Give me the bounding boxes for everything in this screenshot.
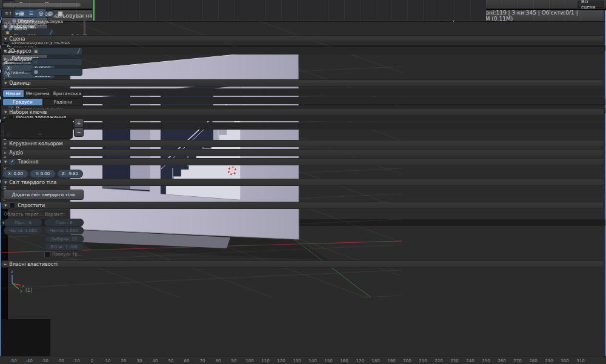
simplify-r-subdiv-field[interactable]: Підп.: 6 <box>44 219 84 227</box>
simplify-r-ao-field[interactable]: ВО-ІА: 1.000 <box>44 243 84 251</box>
properties-hscrollbar[interactable] <box>3 3 81 7</box>
simplify-skip-checkbox[interactable] <box>44 251 50 257</box>
filter-icon[interactable]: ○ <box>7 132 10 137</box>
scene-icon: ◉ <box>10 24 14 29</box>
panel-header-custom-properties[interactable]: ►Власні властивості <box>1 260 604 268</box>
panel-header-color-management[interactable]: ►Керування кольором <box>1 140 604 147</box>
units-degrees-button[interactable]: Градуси <box>2 98 43 106</box>
panel-header-units[interactable]: ▼Одиниці <box>1 79 604 87</box>
background-set-select[interactable]: ⁙ <box>32 58 82 66</box>
axis-z-label: z <box>11 270 13 274</box>
properties-editor-selector[interactable]: ≡▴▾ <box>1 8 15 18</box>
tab-render-layers[interactable]: ≣ <box>27 9 36 18</box>
simplify-vp-particles-field[interactable]: Части: 1.000 <box>4 227 42 234</box>
gravity-z-field[interactable]: Z: -9.81 <box>57 170 83 178</box>
axis-gizmo-icon: z x y <box>11 270 24 293</box>
camera-icon: ▣ <box>34 49 38 54</box>
units-radians-button[interactable]: Радіани <box>43 98 84 106</box>
properties-breadcrumb: ◆ ◉ Scene <box>4 23 33 29</box>
units-metric-button[interactable]: Метрична <box>24 90 52 98</box>
sort-icon[interactable]: = <box>38 132 42 137</box>
gravity-y-field[interactable]: Y: 0.00 <box>30 170 56 178</box>
simplify-r-samples-field[interactable]: Вибірки: 16 <box>44 235 84 243</box>
outliner-filter-select[interactable]: Всі сцени <box>578 1 604 8</box>
simplify-viewport-label: Область перег... <box>4 211 43 217</box>
unit-system-segment: Немає Метрична Британська <box>2 90 83 98</box>
clip-icon: ▦ <box>34 70 38 74</box>
simplify-skip-row[interactable]: Пропуск Тр... <box>44 251 81 257</box>
panel-header-scene[interactable]: ▼Сцена <box>1 35 604 42</box>
outliner-scrollbar[interactable] <box>84 11 85 35</box>
camera-select[interactable]: ▣╱ <box>32 47 82 55</box>
tab-scene[interactable]: ◎ <box>36 9 45 18</box>
active-clip-label: Активни... <box>4 70 28 75</box>
panel-header-gravity[interactable]: ▼✓Тяжіння <box>1 158 604 165</box>
scene-dots-icon: ⁙ <box>34 60 38 65</box>
panel-header-transform-orientations[interactable]: ►Орієнтації трансформа <box>1 122 605 130</box>
axis-y-label: y <box>20 288 22 293</box>
panel-header-rigid-body-world[interactable]: ▼Світ твердого тіла <box>1 179 604 186</box>
units-imperial-button[interactable]: Британська <box>52 90 83 98</box>
simplify-checkbox[interactable] <box>9 202 15 208</box>
pin-icon[interactable]: ◆ <box>4 24 7 29</box>
background-label: Фон: <box>4 60 15 65</box>
panel-header-keying-sets[interactable]: ▼Набори ключів <box>1 108 604 116</box>
gravity-checkbox[interactable]: ✓ <box>9 159 15 165</box>
tab-render[interactable]: ▣ <box>17 9 26 18</box>
panel-header-audio[interactable]: ►Аудіо <box>1 149 604 156</box>
axis-x-label: x <box>22 283 24 288</box>
eyedropper-icon: ╱ <box>77 48 80 54</box>
active-clip-select[interactable]: ▦ <box>32 68 82 76</box>
gravity-fields: X: 0.00 Y: 0.00 Z: -9.81 <box>2 170 83 178</box>
keying-sets-list[interactable]: ○ = <box>4 118 73 139</box>
camera-label: Камера: <box>4 49 24 55</box>
gravity-x-field[interactable]: X: 0.00 <box>2 170 28 178</box>
panel-header-shading[interactable]: ►Відтінення <box>1 97 605 104</box>
units-none-button[interactable]: Немає <box>2 90 24 98</box>
panel-header-display[interactable]: ►Показати <box>1 88 605 96</box>
simplify-vp-subdiv-field[interactable]: Підп.: 6 <box>4 219 42 227</box>
properties-tabs: ≡▴▾ ▣ ≣ ◎ ◍ ■ <box>1 8 65 18</box>
simplify-render-label: Варіант: <box>45 211 65 217</box>
panel-header-simplify[interactable]: ▼Спростити <box>1 202 604 209</box>
unit-rotation-segment: Градуси Радіани <box>2 98 83 106</box>
keying-set-remove-button[interactable]: − <box>74 127 84 137</box>
simplify-r-particles-field[interactable]: Части: 1.000 <box>44 227 84 234</box>
blender-window: i▴▾ Файл Вимальовування Вікно Довідка ▦▴… <box>0 0 606 364</box>
add-rigid-body-world-button[interactable]: Додати світ твердого тіла <box>3 190 84 200</box>
panel-header-3d-cursor[interactable]: ▼3D-курсор <box>1 47 605 55</box>
keying-set-add-button[interactable]: + <box>74 118 84 128</box>
tab-world[interactable]: ◍ <box>46 9 55 18</box>
object-name-label: (1) <box>25 288 32 293</box>
